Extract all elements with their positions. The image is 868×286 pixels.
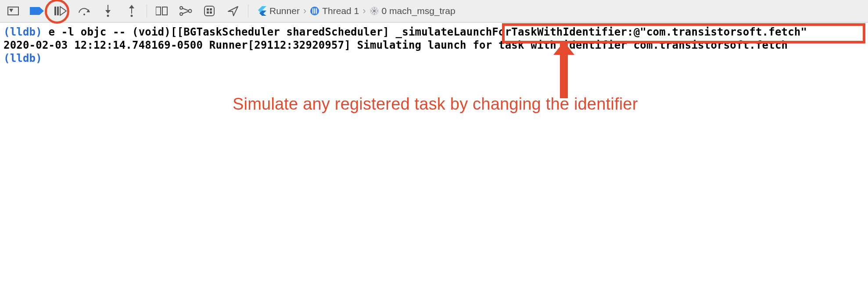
svg-point-3 [83, 14, 85, 15]
console-command-identifier: com.transistorsoft.fetch [646, 26, 801, 38]
svg-point-12 [189, 10, 192, 13]
memory-graph-icon[interactable] [179, 4, 193, 18]
environment-overrides-icon[interactable] [202, 4, 216, 18]
console-command-post: " [801, 26, 807, 38]
svg-point-5 [107, 15, 109, 17]
lldb-prompt: (lldb) [4, 52, 42, 64]
breakpoint-icon[interactable] [30, 4, 44, 18]
svg-rect-15 [204, 6, 214, 16]
svg-line-14 [183, 11, 188, 14]
console-toggle-icon[interactable] [6, 4, 20, 18]
chevron-right-icon: › [362, 5, 366, 17]
debug-toolbar: Runner › Thread 1 › 0 mach_msg_trap [0, 0, 868, 23]
svg-rect-8 [156, 7, 161, 15]
continue-icon[interactable] [54, 4, 68, 18]
chevron-right-icon: › [303, 5, 306, 17]
svg-rect-16 [207, 8, 209, 11]
svg-line-13 [183, 8, 188, 11]
step-out-icon[interactable] [125, 4, 139, 18]
thread-icon [310, 6, 319, 16]
console-line: (lldb) e -l objc -- (void)[[BGTaskSchedu… [4, 25, 864, 39]
svg-rect-19 [210, 11, 212, 14]
crumb-frame[interactable]: 0 mach_msg_trap [369, 6, 456, 16]
crumb-runner[interactable]: Runner [257, 6, 300, 16]
toolbar-divider [147, 4, 147, 18]
crumb-label: 0 mach_msg_trap [382, 6, 456, 16]
svg-rect-17 [210, 8, 212, 11]
svg-rect-2 [57, 7, 59, 15]
console-log-line: 2020-02-03 12:12:14.748169-0500 Runner[2… [4, 39, 864, 52]
breadcrumb: Runner › Thread 1 › 0 mach_msg_trap [257, 5, 456, 17]
svg-rect-23 [316, 8, 317, 14]
lldb-prompt: (lldb) [4, 26, 42, 38]
svg-point-7 [131, 15, 133, 17]
simulate-location-icon[interactable] [226, 4, 240, 18]
svg-rect-22 [314, 8, 315, 14]
frame-icon [369, 6, 379, 16]
crumb-label: Runner [269, 6, 300, 16]
toolbar-divider [248, 4, 248, 18]
view-debug-icon[interactable] [155, 4, 169, 18]
lldb-console[interactable]: (lldb) e -l objc -- (void)[[BGTaskSchedu… [0, 23, 868, 68]
svg-point-25 [373, 10, 376, 12]
annotation-arrow [560, 43, 568, 98]
svg-rect-9 [162, 7, 167, 15]
annotation-text: Simulate any registered task by changing… [233, 95, 638, 114]
svg-rect-18 [207, 11, 209, 14]
flutter-icon [257, 6, 267, 16]
crumb-label: Thread 1 [322, 6, 359, 16]
svg-rect-21 [312, 8, 313, 14]
step-over-icon[interactable] [77, 4, 91, 18]
svg-rect-1 [54, 7, 56, 15]
step-into-icon[interactable] [101, 4, 115, 18]
crumb-thread[interactable]: Thread 1 [310, 6, 359, 16]
svg-point-10 [180, 7, 183, 9]
svg-rect-0 [8, 7, 18, 15]
svg-point-11 [180, 13, 183, 15]
console-line: (lldb) [4, 52, 864, 65]
console-command-pre: e -l objc -- (void)[[BGTaskScheduler sha… [42, 26, 646, 38]
